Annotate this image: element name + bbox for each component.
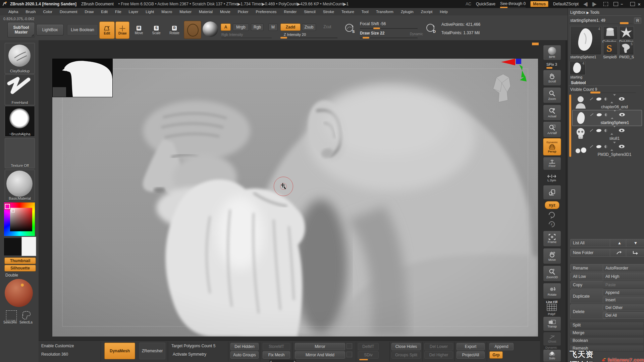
restore-button[interactable]	[630, 2, 635, 6]
flat-color-sphere[interactable]	[5, 279, 33, 307]
shade-icon[interactable]	[604, 145, 607, 148]
document-canvas[interactable]	[52, 59, 538, 337]
transp-button[interactable]: Transp	[543, 316, 561, 331]
projectall-button[interactable]: ProjectAll	[457, 351, 485, 359]
subtool-row-skull[interactable]: skull1	[572, 126, 641, 141]
rgb-button[interactable]: Rgb	[251, 23, 264, 31]
zsub-button[interactable]: Zsub	[302, 23, 316, 31]
menu-tool[interactable]: Tool	[358, 10, 372, 14]
menu-transform[interactable]: Transform	[372, 10, 397, 14]
close-button[interactable]: ×	[638, 1, 641, 7]
frame-button[interactable]: Frame	[543, 231, 561, 247]
menu-zscript[interactable]: Zscript	[417, 10, 436, 14]
insert-button[interactable]: Insert	[603, 297, 644, 303]
visibility-eye-icon[interactable]	[619, 97, 625, 101]
sdiv-slider[interactable]: SDiv	[358, 351, 379, 359]
primary-color-swatch[interactable]	[21, 237, 36, 256]
zadd-button[interactable]: Zadd	[280, 23, 301, 31]
tool-thumb-active[interactable]: 4	[570, 26, 602, 55]
subtool-row-pm3d-sphere[interactable]: PM3D_Sphere3D1	[572, 142, 641, 158]
ghost-button[interactable]: Ghost	[543, 332, 561, 346]
move-down-button[interactable]: ▼	[626, 239, 644, 247]
menu-texture[interactable]: Texture	[338, 10, 358, 14]
menu-macro[interactable]: Macro	[158, 10, 176, 14]
subtool-row-startingsphere-selected[interactable]: startingSphere1	[572, 110, 642, 126]
list-all-button[interactable]: List All	[570, 239, 612, 247]
menu-help[interactable]: Help	[436, 10, 451, 14]
select-lasso-icon[interactable]	[19, 310, 33, 320]
dynamic-label[interactable]: Dynamic	[410, 32, 423, 36]
quicksave-button[interactable]: QuickSave	[476, 2, 495, 6]
persp-button[interactable]: Dynamic Persp	[543, 138, 561, 156]
append-button[interactable]: Append	[603, 289, 644, 296]
polypaint-pen-icon[interactable]	[590, 145, 593, 148]
subtool-section-title[interactable]: Subtool	[571, 80, 586, 85]
mrgb-button[interactable]: Mrgb	[233, 23, 249, 31]
shade-icon[interactable]	[604, 129, 607, 132]
lightbox-tools-header[interactable]: Lightbox▶Tools	[570, 10, 599, 15]
close-holes-button[interactable]: Close Holes	[391, 343, 421, 350]
menu-stencil[interactable]: Stencil	[300, 10, 319, 14]
panel-icon-2[interactable]	[613, 2, 618, 6]
canvas-tray-marker[interactable]	[532, 43, 539, 45]
polypaint-pen-icon[interactable]	[590, 129, 593, 132]
del-lower-button[interactable]: Del Lower	[424, 343, 453, 350]
subtool-scrollbar[interactable]	[569, 95, 571, 157]
tool-name-slider[interactable]: startingSphere1. 49	[570, 18, 605, 23]
menu-marker[interactable]: Marker	[176, 10, 195, 14]
zoom3d-button[interactable]: Zoom3D	[543, 265, 561, 282]
del-other-button[interactable]: Del Other	[603, 304, 644, 311]
boolean-section[interactable]: Boolean	[570, 337, 644, 344]
del-hidden-button[interactable]: Del Hidden	[230, 343, 259, 350]
shade-icon[interactable]	[604, 98, 607, 101]
alpha-brushalpha[interactable]: ~BrushAlpha	[5, 106, 35, 137]
move-out-folder-button[interactable]	[626, 249, 644, 257]
grp-button[interactable]: Grp	[489, 351, 503, 359]
scroll-button[interactable]: Scroll	[543, 70, 561, 86]
reorder-arrows-icon[interactable]	[610, 96, 616, 102]
m-button[interactable]: M	[268, 23, 278, 31]
see-through-slider[interactable]: See-through 0	[500, 1, 526, 7]
del-higher-button[interactable]: Del Higher	[424, 351, 453, 359]
reorder-arrows-icon[interactable]	[610, 127, 616, 133]
menus-button[interactable]: Menus	[530, 1, 548, 7]
color-picker[interactable]	[4, 202, 35, 236]
menu-color[interactable]: Color	[39, 10, 56, 14]
spix-slider[interactable]: SPix 3	[543, 61, 560, 68]
stroke-d-icon[interactable]: D	[425, 23, 437, 34]
panel-icon-1[interactable]	[603, 2, 608, 6]
target-polygons-slider[interactable]: Target Polygons Count 5	[171, 344, 215, 348]
enable-customize-button[interactable]: Enable Customize	[41, 344, 74, 348]
material-basic[interactable]: BasicMaterial	[5, 170, 35, 201]
visibility-eye-icon[interactable]	[619, 113, 625, 116]
brush-clay-buildup[interactable]: ClayBuildup	[5, 43, 35, 74]
live-boolean-button[interactable]: Live Boolean	[67, 24, 98, 36]
silhouette-button[interactable]: Silhouette	[4, 265, 36, 272]
menu-light[interactable]: Light	[142, 10, 158, 14]
zcut-button[interactable]: Zcut	[321, 23, 334, 30]
sdiv-slider-nub[interactable]	[359, 359, 368, 360]
menu-render[interactable]: Render	[280, 10, 301, 14]
menu-draw[interactable]: Draw	[81, 10, 97, 14]
move-button[interactable]: M Move	[131, 23, 146, 38]
panel-splitter[interactable]	[566, 40, 567, 362]
select-rect-icon[interactable]	[6, 310, 17, 320]
xyz-button[interactable]: xyz	[545, 201, 559, 209]
rename-button[interactable]: Rename	[570, 264, 606, 272]
split-section[interactable]: Split	[570, 322, 644, 328]
all-low-button[interactable]: All Low	[570, 273, 606, 280]
paint-icon[interactable]	[597, 113, 602, 116]
rotate-3d-button[interactable]: Rotate	[543, 283, 561, 299]
delmt-button[interactable]: DelMT	[358, 343, 379, 350]
append-bottom-button[interactable]: Append	[489, 343, 514, 350]
menu-picker[interactable]: Picker	[234, 10, 252, 14]
visibility-eye-icon[interactable]	[619, 145, 625, 148]
activate-symmetry-button[interactable]: Activate Symmetry	[173, 352, 206, 357]
tool-thumb-cylinder[interactable]	[603, 26, 618, 40]
resolution-slider[interactable]: Resolution 360	[41, 352, 68, 357]
lightbox-button[interactable]: LightBox	[36, 24, 64, 36]
storemt-button[interactable]: StoreMT	[263, 343, 290, 350]
menu-layer[interactable]: Layer	[125, 10, 142, 14]
sv-cursor[interactable]	[11, 209, 15, 213]
menu-material[interactable]: Material	[195, 10, 216, 14]
